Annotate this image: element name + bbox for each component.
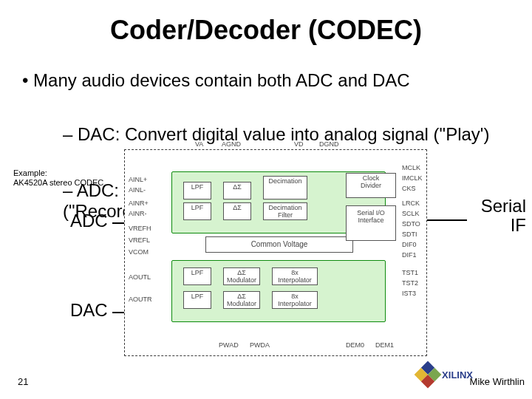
delta-sigma-box: ΔΣ [223,202,251,220]
ds-modulator-box: ΔΣ Modulator [223,267,260,285]
page-number: 21 [18,376,28,387]
serial-io-box: Serial I/O Interface [346,205,396,241]
pin-va: VA [195,140,203,148]
pin-pwda: PWDA [250,341,270,349]
codec-block-diagram: Common Voltage Serial I/O Interface Cloc… [124,149,427,356]
pin-lrck: LRCK [402,200,420,207]
xilinx-logo: XILINX [418,365,473,384]
pin-aoutr: AOUTR [129,296,152,303]
pin-vcom: VCOM [129,248,149,256]
pin-dem0: DEM0 [346,341,364,349]
pin-pwad: PWAD [219,341,239,349]
xilinx-logo-text: XILINX [442,369,473,381]
adc-callout-label: ADC [70,211,108,231]
serial-if-label: Serial IF [467,197,526,236]
bullet-level1: Many audio devices contain both ADC and … [22,70,510,91]
pin-tst1: TST1 [402,269,418,276]
pin-mclk: MCLK [402,164,420,171]
pin-dif1: DIF1 [402,251,417,259]
dac-callout-label: DAC [70,300,108,321]
xilinx-logo-icon [415,361,442,389]
lpf-box: LPF [183,182,211,200]
lpf-box: LPF [183,202,211,220]
pin-dgnd: DGND [319,140,339,148]
pin-aoutl: AOUTL [129,273,151,281]
decimation-box: Decimation [263,176,307,200]
clock-divider-box: Clock Divider [346,173,396,198]
pin-dif0: DIF0 [402,241,417,248]
decimation-filter-box: Decimation Filter [263,202,307,220]
pin-sclk: SCLK [402,210,420,217]
pin-agnd: AGND [222,140,241,148]
pin-ainl-plus: AINL+ [129,176,147,183]
interpolator-box: 8x Interpolator [272,267,318,285]
pin-vd: VD [294,140,304,148]
pin-ainr-minus: AINR- [129,210,147,217]
interpolator-box: 8x Interpolator [272,291,318,309]
pin-vrefh: VREFH [129,225,151,232]
pin-tst2: TST2 [402,279,418,287]
pin-ist3: IST3 [402,290,416,297]
ds-modulator-box: ΔΣ Modulator [223,291,260,309]
delta-sigma-box: ΔΣ [223,182,251,200]
slide: Coder/Decoder (CODEC) Many audio devices… [0,0,532,399]
common-voltage-box: Common Voltage [205,236,353,253]
author-name: Mike Wirthlin [470,376,525,387]
slide-title: Coder/Decoder (CODEC) [0,15,532,46]
pin-cks: CKS [402,185,416,192]
pin-ainr-plus: AINR+ [129,200,149,207]
lpf-box: LPF [183,267,211,285]
pin-sdti: SDTI [402,231,417,238]
example-text: Example: AK4520A stereo CODEC [13,168,124,188]
pin-imclk: IMCLK [402,174,423,182]
pin-sdto: SDTO [402,220,420,228]
example-line1: Example: [13,168,47,177]
pin-vrefl: VREFL [129,236,150,244]
example-line2: AK4520A stereo CODEC [13,178,103,187]
pin-dem1: DEM1 [375,341,394,349]
bullet-level2-dac: – DAC: Convert digital value into analog… [63,124,514,145]
pin-ainl-minus: AINL- [129,186,146,194]
lpf-box: LPF [183,291,211,309]
